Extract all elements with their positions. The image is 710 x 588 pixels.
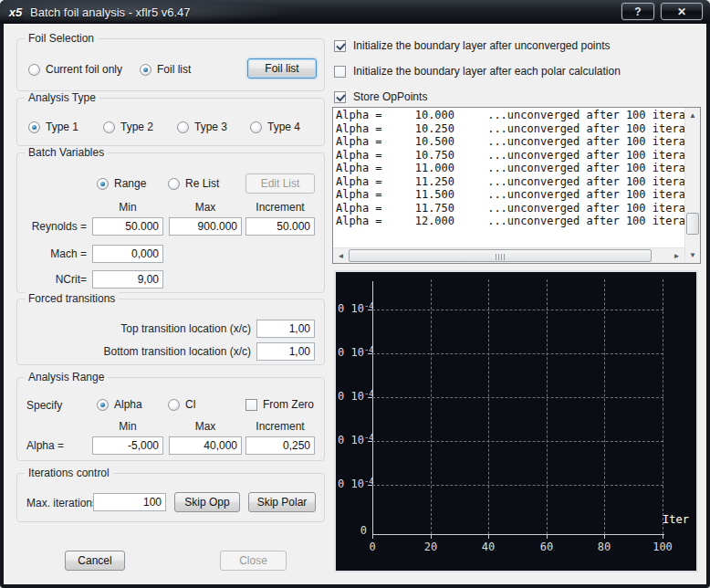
graph-vgrid bbox=[547, 279, 548, 534]
radio-label: Type 4 bbox=[267, 121, 300, 133]
increment-header: Increment bbox=[245, 420, 315, 433]
log-horizontal-scrollbar[interactable]: ◄ ► bbox=[333, 247, 684, 263]
current-foil-only-radio[interactable]: Current foil only bbox=[28, 63, 122, 76]
init-bl-unconverged-checkbox[interactable]: Initialize the boundary layer after unco… bbox=[334, 38, 611, 53]
checkbox-label: From Zero bbox=[263, 398, 314, 411]
graph-gtick bbox=[547, 535, 548, 539]
radio-label: Alpha bbox=[114, 398, 142, 411]
checkbox-icon bbox=[334, 91, 346, 103]
horizontal-scroll-thumb[interactable] bbox=[349, 249, 652, 262]
group-title: Analysis Type bbox=[25, 91, 99, 104]
radio-icon bbox=[168, 399, 180, 411]
graph-xlab: 80 bbox=[590, 541, 618, 553]
increment-header: Increment bbox=[245, 201, 315, 214]
radio-icon bbox=[140, 64, 151, 76]
group-title: Analysis Range bbox=[25, 371, 108, 383]
cancel-button[interactable]: Cancel bbox=[65, 551, 125, 571]
type-4-radio[interactable]: Type 4 bbox=[250, 121, 300, 133]
foil-list-radio[interactable]: Foil list bbox=[140, 63, 191, 76]
graph-gtick bbox=[488, 535, 489, 539]
type-3-radio[interactable]: Type 3 bbox=[177, 121, 227, 133]
window-title: Batch foil analysis - xflr5 v6.47 bbox=[30, 5, 191, 19]
group-title: Forced transitions bbox=[25, 292, 119, 305]
edit-list-button[interactable]: Edit List bbox=[245, 173, 315, 194]
graph-hgrid bbox=[372, 485, 663, 486]
checkbox-icon bbox=[245, 399, 257, 411]
scroll-right-icon[interactable]: ► bbox=[669, 248, 684, 263]
graph-xlab: 20 bbox=[417, 541, 444, 553]
top-transition-label: Top transition location (x/c) bbox=[54, 322, 251, 335]
store-oppoints-checkbox[interactable]: Store OpPoints bbox=[334, 89, 427, 104]
graph-hgrid bbox=[372, 353, 663, 354]
alpha-min-input[interactable] bbox=[92, 436, 163, 455]
close-button[interactable]: Close bbox=[220, 551, 287, 571]
bottom-transition-input[interactable] bbox=[256, 342, 315, 361]
radio-icon bbox=[168, 178, 180, 190]
analysis-log-box: Alpha = 10.000 ...unconverged after 100 … bbox=[332, 107, 701, 264]
graph-vgrid bbox=[663, 279, 663, 534]
radio-label: Current foil only bbox=[46, 63, 122, 76]
radio-icon bbox=[97, 399, 109, 411]
graph-hgrid bbox=[372, 441, 663, 442]
log-vertical-scrollbar[interactable]: ▲ ▼ bbox=[684, 108, 700, 263]
init-bl-each-polar-checkbox[interactable]: Initialize the boundary layer after each… bbox=[334, 64, 621, 79]
radio-label: Range bbox=[114, 177, 146, 190]
radio-label: Type 2 bbox=[120, 121, 153, 133]
graph-gaxis bbox=[372, 534, 664, 535]
reynolds-max-input[interactable] bbox=[169, 217, 242, 236]
graph-ylab: 0 10-4 bbox=[338, 346, 374, 360]
type-1-radio[interactable]: Type 1 bbox=[28, 121, 78, 133]
log-line: Alpha = 10.750 ...unconverged after 100 … bbox=[336, 149, 684, 163]
reynolds-min-input[interactable] bbox=[92, 217, 163, 236]
radio-label: Foil list bbox=[157, 63, 191, 76]
top-transition-input[interactable] bbox=[256, 320, 315, 338]
max-iterations-label: Max. iterations bbox=[26, 497, 98, 509]
max-header: Max bbox=[169, 201, 242, 214]
analysis-type-group: Analysis Type Type 1 Type 2 Type 3 Type … bbox=[16, 98, 325, 146]
scroll-down-icon[interactable]: ▼ bbox=[685, 247, 700, 263]
scroll-left-icon[interactable]: ◄ bbox=[333, 248, 349, 263]
ncrit-input[interactable] bbox=[92, 270, 163, 289]
graph-iterlab: Iter bbox=[663, 513, 689, 526]
re-list-radio[interactable]: Re List bbox=[168, 177, 219, 190]
max-header: Max bbox=[169, 420, 242, 433]
help-button[interactable]: ? bbox=[621, 3, 654, 20]
log-line: Alpha = 11.000 ...unconverged after 100 … bbox=[336, 162, 684, 175]
range-radio[interactable]: Range bbox=[97, 177, 146, 190]
group-title: Foil Selection bbox=[25, 32, 98, 45]
foil-list-button[interactable]: Foil list bbox=[247, 58, 317, 79]
cl-radio[interactable]: Cl bbox=[168, 398, 195, 411]
graph-gtick bbox=[663, 535, 663, 539]
alpha-increment-input[interactable] bbox=[245, 436, 315, 455]
log-line: Alpha = 10.000 ...unconverged after 100 … bbox=[336, 109, 684, 122]
from-zero-checkbox[interactable]: From Zero bbox=[245, 398, 314, 411]
mach-label: Mach = bbox=[23, 247, 87, 260]
radio-icon bbox=[28, 121, 40, 133]
graph-gaxis bbox=[372, 281, 373, 534]
graph-xlab: 0 bbox=[359, 541, 386, 553]
type-2-radio[interactable]: Type 2 bbox=[103, 121, 153, 133]
graph-xlab: 60 bbox=[533, 541, 560, 553]
radio-label: Type 1 bbox=[46, 121, 78, 133]
log-line: Alpha = 11.750 ...unconverged after 100 … bbox=[336, 202, 684, 215]
max-iterations-input[interactable] bbox=[93, 493, 166, 511]
radio-label: Re List bbox=[185, 177, 219, 190]
close-window-button[interactable]: ✕ bbox=[661, 3, 703, 20]
graph-ylab: 0 10-4 bbox=[338, 478, 374, 491]
skip-polar-button[interactable]: Skip Polar bbox=[248, 492, 316, 512]
group-title: Batch Variables bbox=[25, 146, 108, 159]
alpha-max-input[interactable] bbox=[169, 436, 242, 455]
alpha-radio[interactable]: Alpha bbox=[97, 398, 142, 411]
batch-variables-group: Batch Variables Range Re List Edit List … bbox=[16, 152, 325, 293]
group-title: Iterations control bbox=[25, 467, 113, 479]
title-bar[interactable]: x5 Batch foil analysis - xflr5 v6.47 ? ✕ bbox=[0, 0, 710, 24]
foil-selection-group: Foil Selection Current foil only Foil li… bbox=[16, 38, 325, 91]
mach-input[interactable] bbox=[92, 245, 163, 263]
radio-label: Type 3 bbox=[194, 121, 227, 133]
scroll-up-icon[interactable]: ▲ bbox=[685, 108, 700, 123]
graph-ylab: 0 10-4 bbox=[338, 434, 374, 447]
skip-opp-button[interactable]: Skip Opp bbox=[174, 492, 240, 512]
vertical-scroll-thumb[interactable] bbox=[686, 213, 699, 235]
checkbox-label: Initialize the boundary layer after each… bbox=[353, 65, 621, 78]
reynolds-increment-input[interactable] bbox=[245, 217, 315, 236]
